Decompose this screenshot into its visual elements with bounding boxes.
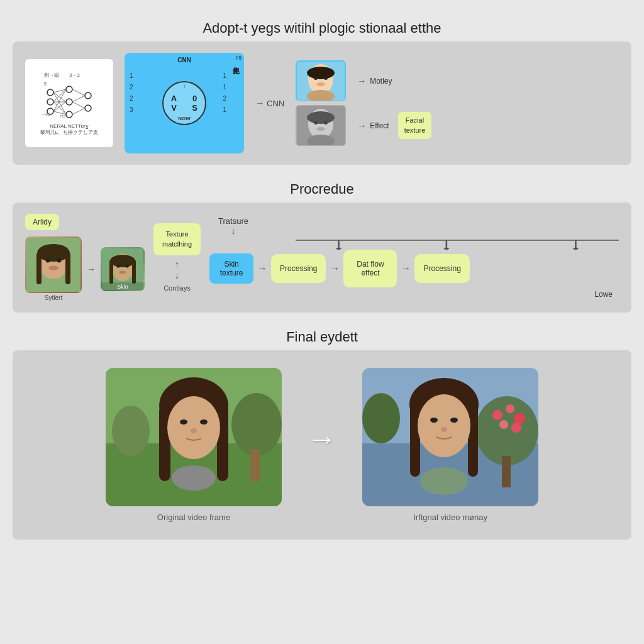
- dat-flow-box: Dat flow effect: [343, 250, 397, 287]
- svg-point-56: [119, 270, 126, 274]
- skin-texture-box: Skin texture: [209, 253, 253, 284]
- svg-marker-63: [572, 248, 579, 250]
- original-frame-svg: [106, 368, 282, 506]
- cnn-left-numbers: 1223: [130, 70, 133, 116]
- svg-text:g: g: [44, 80, 47, 86]
- svg-point-9: [85, 92, 91, 99]
- flow-boxes: Skin texture → Processing → Dat flow eff…: [209, 250, 619, 287]
- section2-title: Procredue: [13, 174, 631, 203]
- face-large-svg: [26, 238, 80, 292]
- tratsure-label: Tratsure: [218, 216, 248, 226]
- arrow-motley: →: [357, 76, 366, 86]
- result-label: Irftgnal video mønay: [413, 513, 487, 522]
- big-arrow: →: [307, 421, 337, 456]
- svg-point-51: [110, 255, 135, 267]
- badge-facial: Facialtexture: [398, 112, 432, 139]
- flow-arrow3: →: [397, 263, 414, 274]
- neural-net-box: 創→磁 3→2 g: [25, 59, 113, 147]
- cnn-pg-label: pg: [236, 54, 242, 60]
- branch-svg: [209, 237, 619, 250]
- original-label: Original video frame: [157, 513, 230, 522]
- svg-point-80: [492, 410, 502, 420]
- cnn-right-numbers: 1121: [223, 70, 226, 116]
- badge-arlidy: Arlidy: [25, 214, 59, 230]
- proc-left: Arlidy: [25, 214, 145, 301]
- proc-mid: Texture matclhing ↑ ↓ Contlays: [153, 223, 201, 292]
- branch-lines: [209, 237, 619, 250]
- svg-line-21: [72, 96, 85, 102]
- cnn-o: 0: [184, 94, 205, 103]
- svg-point-72: [167, 396, 220, 459]
- process-box2: Processing: [414, 254, 469, 283]
- svg-text:TAS: TAS: [60, 114, 66, 118]
- svg-point-86: [362, 393, 400, 443]
- up-arrow: ↑: [175, 259, 179, 269]
- svg-point-84: [511, 423, 521, 433]
- face-box-bottom: [296, 105, 346, 146]
- svg-text:創→磁: 創→磁: [44, 72, 59, 78]
- svg-rect-45: [65, 253, 70, 284]
- svg-point-43: [37, 244, 70, 262]
- svg-point-48: [48, 266, 58, 270]
- svg-marker-61: [335, 248, 341, 250]
- svg-point-90: [418, 394, 470, 457]
- svg-point-36: [314, 121, 318, 125]
- label-motley: Motley: [370, 77, 392, 86]
- svg-point-46: [46, 258, 50, 263]
- svg-point-29: [314, 76, 318, 80]
- result-frame-img: [362, 368, 538, 506]
- svg-point-8: [66, 111, 72, 118]
- skin-label2: texture: [218, 269, 245, 277]
- svg-point-91: [420, 467, 468, 495]
- arrow-right-cnn: →: [255, 98, 264, 108]
- tratsure-group: Tratsure ↓: [218, 216, 248, 236]
- svg-text:→KC: →KC: [41, 113, 50, 116]
- svg-point-83: [499, 420, 508, 429]
- arrow-effect: →: [357, 121, 366, 131]
- section2-panel: Arlidy: [13, 203, 631, 313]
- svg-point-93: [450, 418, 458, 423]
- svg-point-7: [66, 99, 72, 105]
- face-large: [25, 236, 82, 293]
- section3-title: Final eydett: [13, 321, 631, 350]
- proc-face-row: Sytlert →: [25, 236, 145, 301]
- faces-column: [296, 60, 346, 146]
- svg-rect-44: [36, 253, 42, 284]
- svg-point-3: [47, 89, 53, 96]
- process-box1: Processing: [271, 254, 326, 283]
- svg-point-94: [441, 427, 447, 432]
- neural-net-label: NERAL NETTury̧ 藜珂几L、ち拼クテしア支: [40, 123, 98, 136]
- cnn-top-label: CNN: [177, 57, 191, 64]
- sytlert-label: Sytlert: [45, 294, 62, 301]
- face-svg-bottom: [297, 106, 345, 145]
- svg-point-10: [85, 105, 91, 111]
- cnn-diagram: CNN pg 1223 A 0 V S NOW: [125, 53, 244, 153]
- svg-line-20: [72, 89, 85, 96]
- cnn-v: V: [164, 103, 184, 113]
- face-svg-top: [297, 62, 345, 101]
- face-small-col: Skin: [101, 247, 145, 291]
- proc-section: Arlidy: [25, 214, 619, 301]
- top-section: 創→磁 3→2 g: [25, 53, 619, 153]
- cnn-s: S: [184, 103, 205, 113]
- cnn-up-arrow: ↑: [183, 84, 186, 89]
- svg-point-30: [324, 76, 328, 80]
- cnn-a: A: [164, 94, 184, 103]
- faces-arrows-col: → Motley → Effect Facialtexture: [357, 60, 431, 146]
- section1-title: Adopt-t yegs witihl plogic stionaal etth…: [13, 13, 631, 42]
- original-frame-col: Original video frame: [106, 368, 282, 522]
- svg-point-6: [66, 86, 72, 92]
- lowe-label: Lowe: [594, 290, 613, 299]
- cnn-arrow-label: CNN: [267, 99, 284, 108]
- svg-point-55: [125, 264, 129, 268]
- svg-point-66: [231, 393, 282, 456]
- proc-right-flow: Tratsure ↓: [209, 216, 619, 299]
- svg-point-81: [506, 404, 514, 413]
- svg-point-74: [200, 419, 208, 425]
- result-frame-svg: [362, 368, 538, 506]
- svg-point-31: [316, 82, 325, 86]
- proc-arrow-right1: →: [87, 264, 96, 274]
- svg-rect-53: [132, 260, 136, 284]
- double-arrow: ↑ ↓: [175, 259, 179, 280]
- svg-rect-71: [217, 406, 228, 481]
